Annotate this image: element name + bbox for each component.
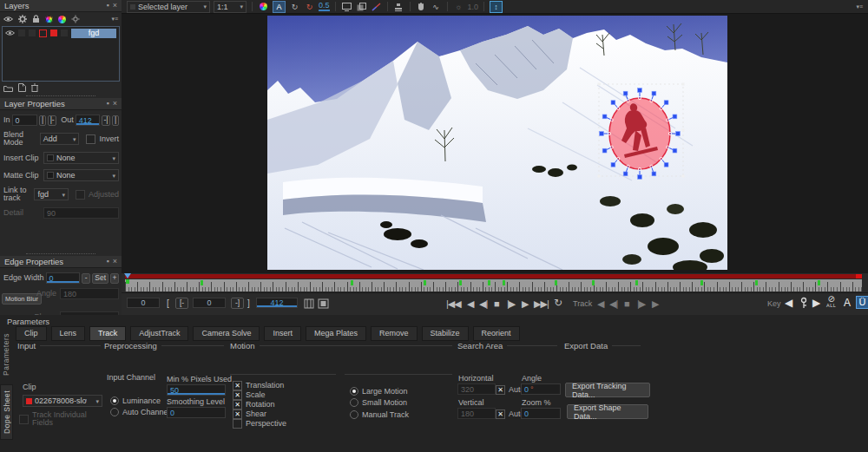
overlay-opacity-value[interactable]: 0.5 — [319, 2, 330, 12]
selected-layer-dropdown[interactable]: Selected layer▾ — [127, 1, 210, 13]
auto-channel-radio[interactable] — [110, 408, 119, 416]
spline-control-point[interactable] — [611, 101, 615, 105]
step-back-button[interactable]: ◀| — [479, 298, 487, 310]
edge-width-minus-button[interactable]: - — [82, 273, 90, 284]
translation-checkbox[interactable]: ✕ — [233, 381, 242, 390]
spline-control-point[interactable] — [600, 132, 604, 136]
keyframe-marker[interactable] — [700, 280, 703, 285]
keyframe-marker[interactable] — [755, 280, 758, 285]
step-forward-button[interactable]: |▶ — [507, 298, 515, 310]
out-bracket2-button[interactable]: | — [112, 115, 119, 126]
autokey-button[interactable]: A — [844, 297, 851, 309]
stamp-icon[interactable] — [393, 2, 404, 12]
set-in-button[interactable]: [ — [167, 298, 168, 310]
new-layer-icon[interactable] — [18, 83, 26, 92]
pan-hand-icon[interactable] — [416, 2, 427, 12]
layer-list[interactable]: fgd — [2, 26, 120, 82]
rgb-channels-icon[interactable] — [258, 2, 269, 12]
edge-width-plus-button[interactable]: + — [110, 273, 119, 284]
go-to-end-button[interactable]: ▶▶| — [534, 298, 549, 310]
play-backward-button[interactable]: ◀ — [467, 298, 473, 310]
in-bracket2-button[interactable]: |- — [48, 115, 56, 126]
rotation-checkbox[interactable]: ✕ — [233, 400, 242, 409]
mb-angle-field[interactable]: 180 — [60, 288, 119, 299]
link-to-track-dropdown[interactable]: fgd▾ — [34, 188, 68, 200]
timeline[interactable] — [122, 273, 868, 292]
keyframe-marker[interactable] — [201, 280, 203, 285]
layer-cell-blank1[interactable] — [18, 29, 25, 36]
color-wheel-icon[interactable] — [45, 16, 53, 23]
spline-control-point[interactable] — [602, 115, 607, 119]
detail-field[interactable]: 90 — [43, 207, 119, 219]
panel-drag-handle[interactable] — [26, 253, 95, 254]
perspective-checkbox[interactable] — [233, 419, 242, 429]
toolbar-menu-icon[interactable]: ▾≡ — [856, 3, 863, 10]
export-tracking-data-button[interactable]: Export Tracking Data... — [565, 383, 650, 397]
horizontal-field[interactable]: 320 — [457, 383, 496, 395]
goto-out-button[interactable]: -] — [231, 298, 244, 309]
stabilize-view-icon[interactable]: ↕ — [490, 1, 503, 13]
alpha-view-button[interactable]: A — [273, 1, 286, 13]
close-icon[interactable]: × — [113, 258, 117, 265]
in-field[interactable]: 0 — [12, 115, 38, 126]
angle-field[interactable]: 0 ° — [521, 383, 561, 395]
spline-control-point[interactable] — [623, 91, 628, 95]
eye-icon[interactable] — [3, 16, 13, 23]
next-keyframe-button[interactable]: ▶ — [812, 297, 819, 309]
blend-mode-dropdown[interactable]: Add▾ — [40, 133, 80, 145]
pin-icon[interactable]: ▪ — [107, 2, 109, 10]
layer-cell-blank2[interactable] — [29, 29, 36, 36]
smoothing-field[interactable]: 0 — [167, 407, 226, 418]
delete-layer-trash-icon[interactable] — [31, 83, 38, 92]
spline-control-point[interactable] — [623, 172, 628, 176]
spline-control-point[interactable] — [673, 148, 677, 153]
keyframe-marker[interactable] — [459, 280, 462, 285]
goto-in-button[interactable]: [- — [175, 298, 188, 309]
pin-icon[interactable]: ▪ — [107, 100, 109, 108]
monitor-icon[interactable] — [341, 2, 352, 12]
zoom-timeline-fit-icon[interactable] — [318, 297, 329, 312]
spline-pen-icon[interactable] — [371, 2, 382, 12]
out-bracket-button[interactable]: -| — [102, 115, 110, 126]
spline-control-point[interactable] — [664, 162, 668, 167]
pin-icon[interactable]: ▪ — [107, 258, 109, 265]
min-pixels-field[interactable]: 50 — [167, 384, 226, 396]
edge-width-set-button[interactable]: Set — [92, 273, 108, 284]
footage-frame[interactable] — [267, 16, 727, 270]
refresh-alt-icon[interactable]: ↻ — [304, 2, 315, 12]
track-individual-fields-checkbox[interactable] — [19, 415, 29, 424]
current-frame-field[interactable]: 0 — [193, 298, 226, 308]
gamma-value[interactable]: 1.0 — [468, 3, 479, 11]
keyframe-marker[interactable] — [424, 280, 426, 285]
vertical-field[interactable]: 180 — [457, 408, 496, 419]
gear-small-icon[interactable] — [71, 15, 80, 23]
new-group-icon[interactable] — [3, 84, 13, 92]
playhead[interactable] — [124, 273, 131, 278]
layers-overlay-icon[interactable] — [356, 2, 367, 12]
lock-icon[interactable] — [32, 15, 40, 23]
insert-clip-dropdown[interactable]: None▾ — [43, 152, 119, 164]
timeline-tracked-range-bar[interactable] — [125, 274, 862, 278]
spline-control-point[interactable] — [611, 162, 615, 167]
curve-tool-icon[interactable]: ∿ — [431, 2, 442, 12]
zoom-ratio-dropdown[interactable]: 1:1▾ — [214, 1, 247, 13]
add-keyframe-key-icon[interactable] — [799, 297, 809, 312]
keyframe-marker[interactable] — [488, 280, 490, 285]
keyframe-marker[interactable] — [351, 280, 353, 285]
spline-control-point[interactable] — [652, 91, 656, 95]
viewer-canvas-area[interactable] — [122, 14, 868, 273]
in-bracket-button[interactable]: | — [39, 115, 46, 126]
track-forward-button[interactable]: ▶ — [652, 298, 658, 310]
spline-control-point[interactable] — [602, 148, 607, 153]
track-backward-button[interactable]: ◀ — [597, 298, 603, 310]
loop-playback-button[interactable]: ↻ — [554, 297, 562, 309]
refresh-view-icon[interactable]: ↻ — [289, 2, 300, 12]
set-out-button[interactable]: ] — [247, 298, 249, 310]
adjusted-checkbox[interactable] — [76, 190, 85, 200]
shear-checkbox[interactable]: ✕ — [233, 409, 242, 419]
panel-drag-handle[interactable] — [26, 95, 95, 96]
timeline-range-end-marker[interactable] — [856, 274, 862, 278]
zoom-timeline-in-icon[interactable] — [304, 297, 314, 312]
vertical-auto-checkbox[interactable]: ✕ — [496, 409, 505, 419]
tracking-spline-ellipse[interactable] — [609, 98, 670, 169]
